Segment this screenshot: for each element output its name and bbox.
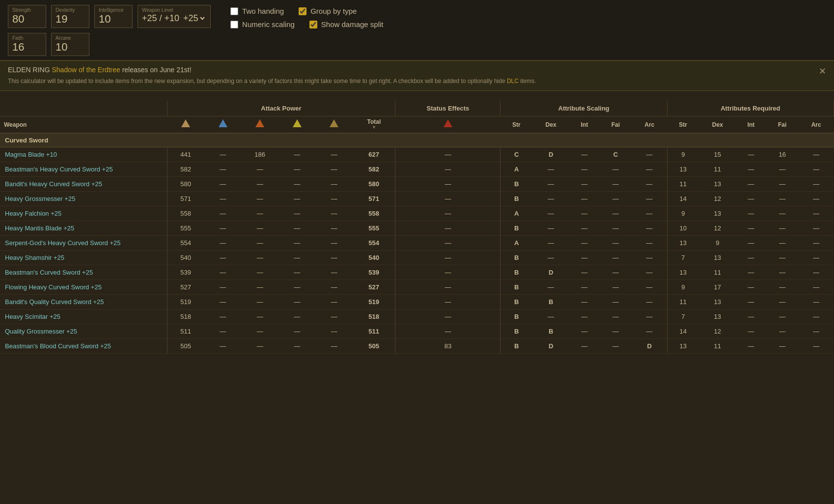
options-group: Two handing Group by type Numeric scalin… <box>230 5 383 28</box>
fai-req-cell: — <box>766 177 799 192</box>
category-row: Curved Sword <box>0 133 834 147</box>
weapon-name-cell[interactable]: Beastman's Curved Sword +25 <box>0 265 167 280</box>
fai-scale-cell: — <box>599 324 632 339</box>
phys-cell: 558 <box>167 206 204 221</box>
table-row: Bandit's Heavy Curved Sword +25580————58… <box>0 177 834 192</box>
table-row: Flowing Heavy Curved Sword +25527————527… <box>0 280 834 295</box>
phys-cell: 540 <box>167 251 204 265</box>
group-by-type-option[interactable]: Group by type <box>299 7 357 15</box>
arc-scale-cell: — <box>632 221 667 236</box>
dex-req-cell: 12 <box>699 324 736 339</box>
arc-scale-cell: — <box>632 192 667 206</box>
status-cell: — <box>395 177 500 192</box>
arc-scale-cell: — <box>632 251 667 265</box>
svg-marker-1 <box>219 119 227 127</box>
str-scale-header: Str <box>500 116 532 134</box>
weapon-name-cell[interactable]: Heavy Falchion +25 <box>0 206 167 221</box>
phys-cell: 571 <box>167 192 204 206</box>
fire-cell: — <box>241 309 278 324</box>
fai-scale-cell: — <box>599 280 632 295</box>
dex-req-header: Dex <box>699 116 736 134</box>
str-req-cell: 11 <box>667 177 699 192</box>
dex-req-cell: 13 <box>699 177 736 192</box>
attr-row-top: Strength Dexterity Intelligence Weapon L… <box>8 5 211 28</box>
dexterity-input[interactable] <box>56 13 85 26</box>
weapon-name-cell[interactable]: Beastman's Blood Curved Sword +25 <box>0 339 167 354</box>
group-by-type-checkbox[interactable] <box>299 7 306 15</box>
intelligence-box: Intelligence <box>94 5 133 28</box>
table-row: Heavy Grossmesser +25571————571—B————141… <box>0 192 834 206</box>
status-cell: — <box>395 265 500 280</box>
magic-cell: — <box>204 339 242 354</box>
faith-label: Faith <box>12 35 42 41</box>
close-announcement-button[interactable]: ✕ <box>819 66 826 77</box>
total-header: Total ▼ <box>353 116 395 134</box>
fire-damage-icon <box>254 118 265 129</box>
str-req-cell: 14 <box>667 324 699 339</box>
numeric-scaling-checkbox[interactable] <box>230 21 238 28</box>
int-req-cell: — <box>736 265 766 280</box>
weapon-name-cell[interactable]: Quality Grossmesser +25 <box>0 324 167 339</box>
status-cell: — <box>395 251 500 265</box>
numeric-scaling-option[interactable]: Numeric scaling <box>230 20 295 28</box>
arc-scale-cell: — <box>632 236 667 251</box>
status-cell: — <box>395 324 500 339</box>
fire-cell: — <box>241 324 278 339</box>
weapon-name-cell[interactable]: Magma Blade +10 <box>0 147 167 162</box>
lightning-cell: — <box>278 309 316 324</box>
intelligence-input[interactable] <box>99 13 128 26</box>
show-damage-split-option[interactable]: Show damage split <box>309 20 384 28</box>
int-scale-cell: — <box>569 206 599 221</box>
lightning-cell: — <box>278 251 316 265</box>
fai-req-cell: 16 <box>766 147 799 162</box>
weapon-level-select[interactable]: ▾ +0 +10 +25 <box>181 13 206 24</box>
strength-input[interactable] <box>12 13 42 26</box>
dex-scale-cell: — <box>532 177 570 192</box>
two-handing-option[interactable]: Two handing <box>230 7 284 15</box>
arc-scale-cell: — <box>632 177 667 192</box>
arcane-input[interactable] <box>56 41 85 54</box>
table-row: Beastman's Curved Sword +25539————539—BD… <box>0 265 834 280</box>
weapon-table-container: Attack Power Status Effects Attribute Sc… <box>0 101 834 354</box>
holy-cell: — <box>315 339 353 354</box>
weapon-tbody: Curved SwordMagma Blade +10441—186——627—… <box>0 133 834 354</box>
status-icon-header <box>395 116 500 134</box>
table-row: Heavy Shamshir +25540————540—B————713——— <box>0 251 834 265</box>
dex-req-cell: 15 <box>699 147 736 162</box>
total-sort-arrow[interactable]: ▼ <box>372 125 376 130</box>
weapon-name-cell[interactable]: Serpent-God's Heavy Curved Sword +25 <box>0 236 167 251</box>
arc-scale-cell: — <box>632 265 667 280</box>
weapon-name-cell[interactable]: Beastman's Heavy Curved Sword +25 <box>0 162 167 177</box>
weapon-name-cell[interactable]: Bandit's Heavy Curved Sword +25 <box>0 177 167 192</box>
table-row: Magma Blade +10441—186——627—CD—C—915—16— <box>0 147 834 162</box>
int-scale-header: Int <box>569 116 599 134</box>
fai-req-cell: — <box>766 236 799 251</box>
arcane-box: Arcane <box>51 33 89 56</box>
phys-damage-icon <box>180 118 191 129</box>
weapon-name-cell[interactable]: Heavy Grossmesser +25 <box>0 192 167 206</box>
weapon-sub-header: Weapon <box>0 116 167 134</box>
arc-req-cell: — <box>799 236 834 251</box>
arc-scale-cell: — <box>632 324 667 339</box>
fai-scale-cell: — <box>599 206 632 221</box>
faith-input[interactable] <box>12 41 42 54</box>
weapon-name-cell[interactable]: Heavy Scimitar +25 <box>0 309 167 324</box>
fai-scale-cell: — <box>599 295 632 309</box>
weapon-name-cell[interactable]: Heavy Shamshir +25 <box>0 251 167 265</box>
weapon-name-cell[interactable]: Flowing Heavy Curved Sword +25 <box>0 280 167 295</box>
group-by-type-label: Group by type <box>310 7 357 15</box>
dex-scale-cell: — <box>532 192 570 206</box>
attack-power-header: Attack Power <box>167 101 395 116</box>
str-req-cell: 13 <box>667 162 699 177</box>
status-cell: — <box>395 192 500 206</box>
holy-icon-header <box>315 116 353 134</box>
svg-marker-0 <box>181 119 190 127</box>
two-handing-checkbox[interactable] <box>230 7 238 15</box>
weapon-name-cell[interactable]: Bandit's Quality Curved Sword +25 <box>0 295 167 309</box>
table-row: Heavy Scimitar +25518————518—B————713——— <box>0 309 834 324</box>
show-damage-split-checkbox[interactable] <box>309 21 317 28</box>
weapon-name-cell[interactable]: Heavy Mantis Blade +25 <box>0 221 167 236</box>
weapon-header <box>0 101 167 116</box>
holy-cell: — <box>315 177 353 192</box>
arc-req-cell: — <box>799 339 834 354</box>
